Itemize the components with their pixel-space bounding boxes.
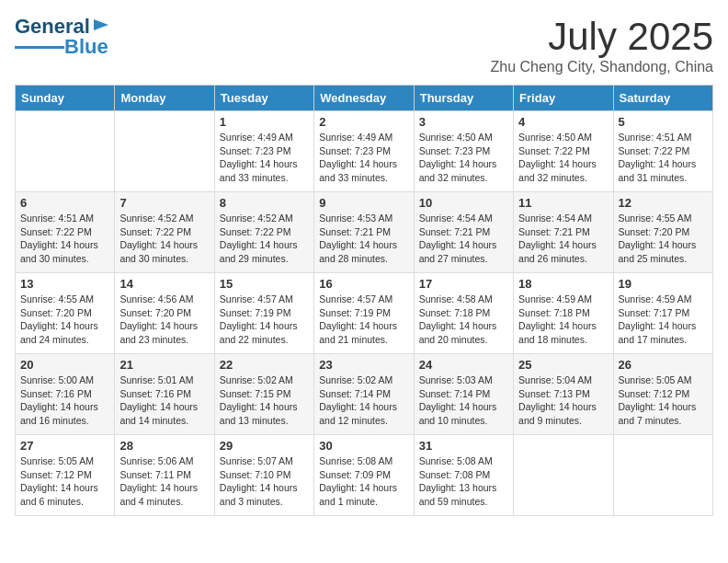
day-info: Sunrise: 4:55 AM Sunset: 7:20 PM Dayligh… [20, 293, 109, 347]
day-info: Sunrise: 4:57 AM Sunset: 7:19 PM Dayligh… [220, 293, 309, 347]
day-info: Sunrise: 4:58 AM Sunset: 7:18 PM Dayligh… [419, 293, 508, 347]
day-header-thursday: Thursday [414, 86, 513, 111]
day-info: Sunrise: 4:55 AM Sunset: 7:20 PM Dayligh… [619, 212, 708, 266]
calendar-cell: 7Sunrise: 4:52 AM Sunset: 7:22 PM Daylig… [115, 192, 214, 273]
calendar-cell: 16Sunrise: 4:57 AM Sunset: 7:19 PM Dayli… [314, 273, 414, 354]
calendar-table: SundayMondayTuesdayWednesdayThursdayFrid… [15, 85, 713, 516]
day-info: Sunrise: 5:08 AM Sunset: 7:08 PM Dayligh… [419, 454, 508, 509]
day-number: 15 [220, 277, 309, 291]
calendar-cell: 29Sunrise: 5:07 AM Sunset: 7:10 PM Dayli… [214, 435, 313, 516]
calendar-cell: 23Sunrise: 5:02 AM Sunset: 7:14 PM Dayli… [314, 354, 414, 435]
day-number: 31 [419, 439, 508, 453]
day-number: 26 [619, 358, 708, 372]
day-info: Sunrise: 4:54 AM Sunset: 7:21 PM Dayligh… [518, 212, 608, 266]
day-info: Sunrise: 4:57 AM Sunset: 7:19 PM Dayligh… [319, 293, 408, 347]
month-title: July 2025 [490, 15, 713, 59]
day-info: Sunrise: 5:05 AM Sunset: 7:12 PM Dayligh… [20, 454, 109, 509]
calendar-cell: 17Sunrise: 4:58 AM Sunset: 7:18 PM Dayli… [414, 273, 513, 354]
day-number: 13 [20, 277, 109, 291]
day-info: Sunrise: 4:50 AM Sunset: 7:23 PM Dayligh… [419, 131, 508, 185]
day-number: 8 [220, 196, 309, 210]
day-number: 10 [419, 196, 508, 210]
day-number: 20 [20, 358, 109, 372]
day-info: Sunrise: 5:01 AM Sunset: 7:16 PM Dayligh… [119, 373, 209, 428]
day-number: 5 [619, 115, 708, 129]
day-header-wednesday: Wednesday [314, 86, 414, 111]
calendar-cell: 24Sunrise: 5:03 AM Sunset: 7:14 PM Dayli… [414, 354, 513, 435]
day-info: Sunrise: 5:08 AM Sunset: 7:09 PM Dayligh… [319, 454, 408, 509]
location-title: Zhu Cheng City, Shandong, China [490, 59, 713, 75]
svg-marker-0 [94, 19, 108, 30]
day-number: 17 [419, 277, 508, 291]
day-number: 2 [319, 115, 408, 129]
calendar-cell: 8Sunrise: 4:52 AM Sunset: 7:22 PM Daylig… [214, 192, 313, 273]
calendar-cell: 9Sunrise: 4:53 AM Sunset: 7:21 PM Daylig… [314, 192, 414, 273]
day-info: Sunrise: 5:02 AM Sunset: 7:15 PM Dayligh… [220, 373, 309, 428]
day-info: Sunrise: 4:49 AM Sunset: 7:23 PM Dayligh… [220, 131, 309, 185]
calendar-cell: 11Sunrise: 4:54 AM Sunset: 7:21 PM Dayli… [514, 192, 613, 273]
week-row-2: 6Sunrise: 4:51 AM Sunset: 7:22 PM Daylig… [16, 192, 713, 273]
day-number: 27 [20, 439, 109, 453]
day-info: Sunrise: 5:00 AM Sunset: 7:16 PM Dayligh… [20, 373, 109, 428]
calendar-cell: 19Sunrise: 4:59 AM Sunset: 7:17 PM Dayli… [613, 273, 712, 354]
logo-blue: Blue [64, 35, 108, 59]
day-number: 16 [319, 277, 408, 291]
day-info: Sunrise: 4:52 AM Sunset: 7:22 PM Dayligh… [119, 212, 209, 266]
calendar-cell: 6Sunrise: 4:51 AM Sunset: 7:22 PM Daylig… [16, 192, 115, 273]
day-number: 18 [518, 277, 608, 291]
calendar-cell: 18Sunrise: 4:59 AM Sunset: 7:18 PM Dayli… [514, 273, 613, 354]
day-info: Sunrise: 4:52 AM Sunset: 7:22 PM Dayligh… [220, 212, 309, 266]
day-number: 6 [20, 196, 109, 210]
calendar-cell: 14Sunrise: 4:56 AM Sunset: 7:20 PM Dayli… [115, 273, 214, 354]
day-info: Sunrise: 4:51 AM Sunset: 7:22 PM Dayligh… [619, 131, 708, 185]
calendar-header-row: SundayMondayTuesdayWednesdayThursdayFrid… [16, 86, 713, 111]
day-info: Sunrise: 5:03 AM Sunset: 7:14 PM Dayligh… [419, 373, 508, 428]
day-info: Sunrise: 5:02 AM Sunset: 7:14 PM Dayligh… [319, 373, 408, 428]
day-number: 22 [220, 358, 309, 372]
day-number: 23 [319, 358, 408, 372]
week-row-3: 13Sunrise: 4:55 AM Sunset: 7:20 PM Dayli… [16, 273, 713, 354]
calendar-cell: 1Sunrise: 4:49 AM Sunset: 7:23 PM Daylig… [214, 111, 313, 192]
day-number: 21 [119, 358, 209, 372]
calendar-cell: 20Sunrise: 5:00 AM Sunset: 7:16 PM Dayli… [16, 354, 115, 435]
calendar-cell: 21Sunrise: 5:01 AM Sunset: 7:16 PM Dayli… [115, 354, 214, 435]
day-header-monday: Monday [115, 86, 214, 111]
week-row-4: 20Sunrise: 5:00 AM Sunset: 7:16 PM Dayli… [16, 354, 713, 435]
day-info: Sunrise: 5:07 AM Sunset: 7:10 PM Dayligh… [220, 454, 309, 509]
day-info: Sunrise: 4:54 AM Sunset: 7:21 PM Dayligh… [419, 212, 508, 266]
day-info: Sunrise: 4:51 AM Sunset: 7:22 PM Dayligh… [20, 212, 109, 266]
calendar-cell: 31Sunrise: 5:08 AM Sunset: 7:08 PM Dayli… [414, 435, 513, 516]
day-header-friday: Friday [514, 86, 613, 111]
day-info: Sunrise: 5:06 AM Sunset: 7:11 PM Dayligh… [119, 454, 209, 509]
week-row-1: 1Sunrise: 4:49 AM Sunset: 7:23 PM Daylig… [16, 111, 713, 192]
logo: General Blue [15, 15, 110, 59]
calendar-cell: 4Sunrise: 4:50 AM Sunset: 7:22 PM Daylig… [514, 111, 613, 192]
calendar-cell: 30Sunrise: 5:08 AM Sunset: 7:09 PM Dayli… [314, 435, 414, 516]
calendar-cell [16, 111, 115, 192]
day-info: Sunrise: 4:59 AM Sunset: 7:17 PM Dayligh… [619, 293, 708, 347]
day-number: 4 [518, 115, 608, 129]
day-header-saturday: Saturday [613, 86, 712, 111]
day-info: Sunrise: 4:56 AM Sunset: 7:20 PM Dayligh… [119, 293, 209, 347]
day-header-sunday: Sunday [16, 86, 115, 111]
day-number: 12 [619, 196, 708, 210]
day-number: 19 [619, 277, 708, 291]
calendar-body: 1Sunrise: 4:49 AM Sunset: 7:23 PM Daylig… [16, 111, 713, 516]
day-number: 28 [119, 439, 209, 453]
day-number: 29 [220, 439, 309, 453]
day-info: Sunrise: 4:59 AM Sunset: 7:18 PM Dayligh… [518, 293, 608, 347]
day-info: Sunrise: 5:04 AM Sunset: 7:13 PM Dayligh… [518, 373, 608, 428]
day-number: 24 [419, 358, 508, 372]
day-info: Sunrise: 4:50 AM Sunset: 7:22 PM Dayligh… [518, 131, 608, 185]
day-info: Sunrise: 4:49 AM Sunset: 7:23 PM Dayligh… [319, 131, 408, 185]
day-header-tuesday: Tuesday [214, 86, 313, 111]
calendar-cell: 27Sunrise: 5:05 AM Sunset: 7:12 PM Dayli… [16, 435, 115, 516]
calendar-cell: 12Sunrise: 4:55 AM Sunset: 7:20 PM Dayli… [613, 192, 712, 273]
calendar-cell [115, 111, 214, 192]
calendar-cell: 28Sunrise: 5:06 AM Sunset: 7:11 PM Dayli… [115, 435, 214, 516]
calendar-cell: 13Sunrise: 4:55 AM Sunset: 7:20 PM Dayli… [16, 273, 115, 354]
day-info: Sunrise: 4:53 AM Sunset: 7:21 PM Dayligh… [319, 212, 408, 266]
day-number: 1 [220, 115, 309, 129]
page-header: General Blue July 2025 Zhu Cheng City, S… [15, 15, 713, 75]
logo-arrow-icon [92, 16, 110, 34]
